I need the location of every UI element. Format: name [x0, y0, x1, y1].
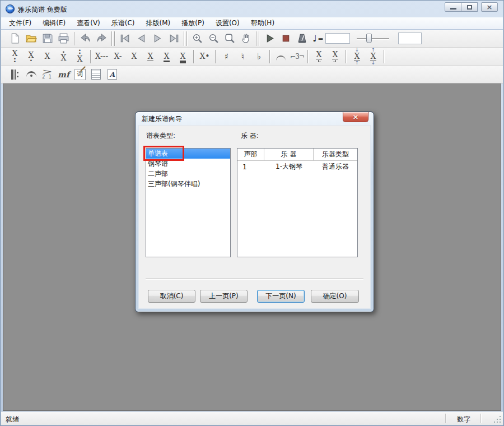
column-header-instrument: 乐 器 [264, 149, 314, 160]
prev-page-button[interactable] [133, 31, 150, 46]
undo-button[interactable] [77, 31, 94, 46]
title-bar[interactable]: 雅乐简谱 免费版 × [1, 1, 503, 17]
dynamics-button[interactable]: mf [55, 67, 72, 82]
triplet-icon: ⌐3¬ [290, 53, 304, 61]
whole-note-button[interactable]: X--- [94, 49, 110, 64]
menu-file[interactable]: 文件(F) [3, 17, 37, 29]
staff-type-listbox[interactable]: 单谱表 钢琴谱 二声部 三声部(钢琴伴唱) [146, 148, 231, 257]
octave-shift-down-button[interactable]: ↓X↑ [349, 49, 365, 64]
endings-button[interactable]: >2 1 [39, 67, 55, 82]
column-header-part: 声部 [237, 149, 264, 160]
tempo-input[interactable] [325, 33, 350, 44]
note-octave-lower1-button[interactable]: X• [23, 49, 39, 64]
zoom-in-button[interactable] [189, 31, 206, 46]
dotted-note-button[interactable]: X• [197, 49, 213, 64]
menu-score[interactable]: 乐谱(C) [106, 17, 141, 29]
minimize-button[interactable] [445, 2, 461, 12]
metronome-icon [296, 33, 308, 44]
separator [111, 31, 115, 46]
octave-shift-down-icon: ↓X↑ [354, 48, 361, 65]
column-header-instrument-type: 乐器类型 [314, 149, 357, 160]
dynamics-mf-icon: mf [58, 70, 69, 79]
stop-button[interactable] [278, 31, 294, 46]
instrument-table-header: 声部 乐 器 乐器类型 [237, 149, 357, 161]
menu-bar: 文件(F) 编辑(E) 查看(V) 乐谱(C) 排版(M) 播放(P) 设置(O… [1, 17, 503, 30]
zoom-out-button[interactable] [206, 31, 222, 46]
octave-shift-up-button[interactable]: ↑X↓ [365, 49, 381, 64]
flat-button[interactable]: ♭ [251, 49, 267, 64]
maximize-button[interactable] [461, 2, 478, 12]
staff-type-label: 谱表类型: [146, 131, 175, 141]
sharp-button[interactable]: ♯ [218, 49, 235, 64]
half-note-button[interactable]: X- [110, 49, 126, 64]
font-button[interactable]: A [104, 67, 120, 82]
redo-button[interactable] [94, 31, 110, 46]
paragraph-button[interactable] [88, 67, 104, 82]
first-page-button[interactable] [117, 31, 133, 46]
fermata-button[interactable] [23, 67, 39, 82]
instrument-table[interactable]: 声部 乐 器 乐器类型 1 1-大钢琴 普通乐器 [237, 148, 358, 257]
note-basic-button[interactable]: X [39, 49, 55, 64]
tempo-equals-label: = [318, 35, 324, 43]
print-button[interactable] [55, 31, 72, 46]
menu-settings[interactable]: 设置(O) [210, 17, 245, 29]
close-button[interactable]: × [481, 2, 498, 12]
next-page-button[interactable]: 下一页(N) [257, 290, 305, 303]
sixteenth-note-icon: X [164, 52, 170, 61]
metronome-button[interactable] [294, 31, 310, 46]
open-file-icon [25, 33, 37, 44]
menu-help[interactable]: 帮助(H) [245, 17, 280, 29]
menu-view[interactable]: 查看(V) [71, 17, 106, 29]
list-item-piano-score[interactable]: 钢琴谱 [146, 159, 230, 169]
quarter-note-button[interactable]: X [126, 49, 142, 64]
list-item-two-voices[interactable]: 二声部 [146, 169, 230, 179]
window-controls: × [445, 2, 498, 12]
sharp-icon: ♯ [225, 52, 228, 62]
sixteenth-note-button[interactable]: X [158, 49, 175, 64]
note-octave-lower2-button[interactable]: X• • [7, 49, 23, 64]
menu-layout[interactable]: 排版(M) [141, 17, 176, 29]
grace-note-after-icon: X [332, 50, 339, 62]
grace-note-before-button[interactable]: X [311, 49, 327, 64]
previous-page-button[interactable]: 上一页(P) [200, 290, 248, 303]
window-title: 雅乐简谱 免费版 [18, 5, 67, 15]
triplet-button[interactable]: ⌐3¬ [289, 49, 305, 64]
open-file-button[interactable] [23, 31, 39, 46]
next-page-button[interactable] [150, 31, 166, 46]
play-button[interactable] [262, 31, 278, 46]
endings-icon: >2 1 [42, 69, 53, 80]
new-score-wizard-dialog: 新建乐谱向导 × 谱表类型: 乐 器: 单谱表 钢琴谱 二声部 三声部(钢琴伴唱… [135, 112, 374, 312]
save-button[interactable] [39, 31, 55, 46]
thirtysecond-note-button[interactable]: X [175, 49, 191, 64]
grace-note-before-icon: X [316, 50, 323, 62]
zoom-select-button[interactable] [222, 31, 238, 46]
cancel-button[interactable]: 取消(C) [148, 290, 195, 303]
tempo-slider[interactable] [357, 33, 389, 44]
pan-hand-button[interactable] [238, 31, 254, 46]
resize-grip[interactable] [494, 416, 502, 424]
note-octave-upper1-button[interactable]: •X [55, 49, 72, 64]
play-icon [264, 33, 276, 44]
list-item-single-staff[interactable]: 单谱表 [146, 149, 230, 159]
grace-note-after-button[interactable]: X [327, 49, 343, 64]
slider-thumb[interactable] [366, 34, 372, 43]
natural-button[interactable]: ♮ [235, 49, 251, 64]
lyrics-button[interactable]: 词 [72, 67, 88, 82]
ok-button[interactable]: 确定(O) [311, 290, 359, 303]
prev-page-icon [136, 33, 147, 44]
slur-button[interactable] [273, 49, 289, 64]
app-window: 雅乐简谱 免费版 × 文件(F) 编辑(E) 查看(V) 乐谱(C) 排版(M)… [0, 0, 504, 426]
menu-edit[interactable]: 编辑(E) [37, 17, 71, 29]
menu-play[interactable]: 播放(P) [176, 17, 210, 29]
note-lower2-icon: X• • [12, 49, 18, 63]
separator [74, 32, 75, 45]
table-row[interactable]: 1 1-大钢琴 普通乐器 [237, 161, 357, 173]
tempo-display-box[interactable] [398, 33, 422, 44]
list-item-three-voices[interactable]: 三声部(钢琴伴唱) [146, 179, 230, 189]
dialog-close-button[interactable]: × [343, 112, 368, 122]
note-octave-upper2-button[interactable]: • •X [72, 49, 88, 64]
last-page-button[interactable] [166, 31, 182, 46]
eighth-note-button[interactable]: X [142, 49, 158, 64]
repeat-barline-button[interactable] [7, 67, 23, 82]
new-file-button[interactable] [7, 31, 23, 46]
